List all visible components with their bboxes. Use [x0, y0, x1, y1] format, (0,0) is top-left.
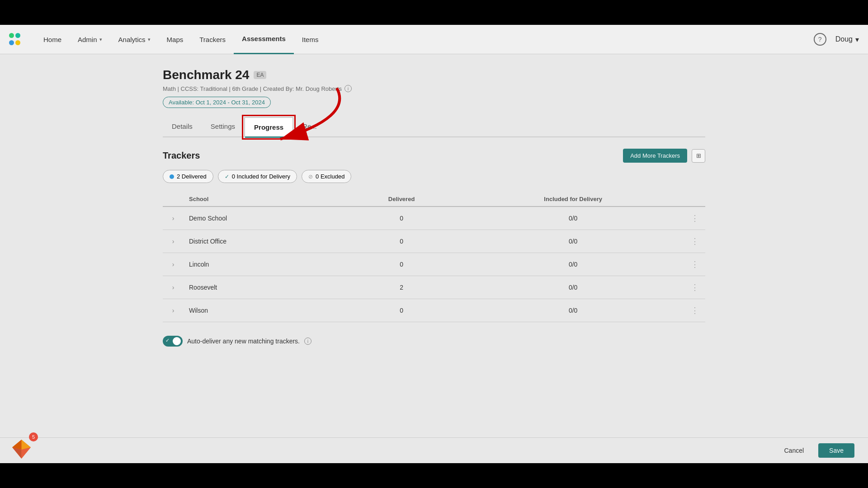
row-expand-icon[interactable]: › — [168, 213, 178, 223]
row-action-icon[interactable]: ⋮ — [690, 305, 700, 315]
row-expand-icon[interactable]: › — [168, 259, 178, 269]
row-action-icon[interactable]: ⋮ — [690, 259, 700, 269]
section-title: Trackers — [163, 150, 200, 161]
cell-included: 0/0 — [462, 206, 684, 230]
auto-deliver-label: Auto-deliver any new matching trackers. — [187, 338, 300, 345]
widget-badge: 5 — [29, 432, 38, 441]
page-title-row: Benchmark 24 EA — [163, 68, 705, 82]
cell-included: 0/0 — [462, 253, 684, 276]
row-action-icon[interactable]: ⋮ — [690, 213, 700, 223]
nav-admin[interactable]: Admin ▾ — [70, 25, 110, 54]
cell-school: Wilson — [184, 299, 341, 322]
col-included: Included for Delivery — [462, 192, 684, 206]
meta-info-icon[interactable]: i — [344, 85, 352, 92]
table-body: › Demo School 0 0/0 ⋮ › District Office … — [163, 206, 705, 322]
nav-analytics[interactable]: Analytics ▾ — [110, 25, 159, 54]
col-school: School — [184, 192, 341, 206]
save-button[interactable]: Save — [818, 443, 854, 458]
nav-items[interactable]: Items — [294, 25, 327, 54]
user-chevron-icon: ▾ — [855, 35, 859, 44]
section-header: Trackers Add More Trackers ⊞ — [163, 149, 705, 163]
cell-school: District Office — [184, 230, 341, 253]
nav-right: ? Doug ▾ — [814, 33, 859, 46]
filter-delivered[interactable]: 2 Delivered — [163, 170, 213, 183]
bottom-widget[interactable]: 5 — [9, 436, 36, 463]
cell-delivered: 0 — [341, 230, 462, 253]
cell-school: Roosevelt — [184, 276, 341, 299]
row-action-icon[interactable]: ⋮ — [690, 282, 700, 292]
row-expand-icon[interactable]: › — [168, 282, 178, 292]
page-title: Benchmark 24 — [163, 68, 249, 82]
auto-deliver-row: ✓ Auto-deliver any new matching trackers… — [163, 331, 705, 351]
nav-assessments[interactable]: Assessments — [234, 25, 294, 54]
delivered-dot-icon — [170, 174, 174, 179]
check-icon: ✓ — [225, 174, 229, 180]
auto-deliver-info-icon[interactable]: i — [304, 338, 311, 345]
cell-school: Lincoln — [184, 253, 341, 276]
nav-trackers[interactable]: Trackers — [191, 25, 234, 54]
bottom-bar: Cancel Save — [0, 437, 868, 463]
table-row: › Demo School 0 0/0 ⋮ — [163, 206, 705, 230]
trackers-table: School Delivered Included for Delivery ›… — [163, 192, 705, 322]
cell-delivered: 0 — [341, 206, 462, 230]
col-delivered: Delivered — [341, 192, 462, 206]
row-expand-icon[interactable]: › — [168, 236, 178, 246]
cancel-button[interactable]: Cancel — [775, 443, 813, 458]
filter-excluded[interactable]: ⊘ 0 Excluded — [302, 170, 351, 183]
app-logo[interactable] — [9, 33, 22, 46]
section-actions: Add More Trackers ⊞ — [623, 149, 705, 163]
main-content: Benchmark 24 EA Math | CCSS: Traditional… — [0, 54, 868, 437]
page-meta: Math | CCSS: Traditional | 6th Grade | C… — [163, 85, 705, 92]
tab-progress[interactable]: Progress — [244, 117, 293, 137]
cell-delivered: 2 — [341, 276, 462, 299]
admin-chevron-icon: ▾ — [99, 37, 102, 42]
cell-delivered: 0 — [341, 253, 462, 276]
filter-included[interactable]: ✓ 0 Included for Delivery — [218, 170, 297, 183]
row-action-icon[interactable]: ⋮ — [690, 236, 700, 246]
cell-included: 0/0 — [462, 230, 684, 253]
nav-maps[interactable]: Maps — [159, 25, 192, 54]
table-row: › District Office 0 0/0 ⋮ — [163, 230, 705, 253]
table-row: › Lincoln 0 0/0 ⋮ — [163, 253, 705, 276]
table-row: › Roosevelt 2 0/0 ⋮ — [163, 276, 705, 299]
cell-school: Demo School — [184, 206, 341, 230]
filter-row: 2 Delivered ✓ 0 Included for Delivery ⊘ … — [163, 170, 705, 183]
availability-badge: Available: Oct 1, 2024 - Oct 31, 2024 — [163, 97, 271, 108]
help-button[interactable]: ? — [814, 33, 826, 46]
tab-settings[interactable]: Settings — [202, 117, 244, 136]
table-settings-icon[interactable]: ⊞ — [692, 149, 705, 163]
add-more-trackers-button[interactable]: Add More Trackers — [623, 149, 687, 163]
tabs-container: Details Settings Progress Re... — [163, 117, 705, 137]
ban-icon: ⊘ — [308, 174, 313, 180]
row-expand-icon[interactable]: › — [168, 305, 178, 315]
user-menu[interactable]: Doug ▾ — [835, 35, 859, 44]
auto-deliver-toggle[interactable]: ✓ — [163, 336, 183, 347]
navbar: Home Admin ▾ Analytics ▾ Maps Trackers A… — [0, 25, 868, 54]
cell-delivered: 0 — [341, 299, 462, 322]
tab-details[interactable]: Details — [163, 117, 202, 136]
analytics-chevron-icon: ▾ — [148, 37, 151, 42]
tab-results[interactable]: Re... — [293, 117, 326, 136]
cell-included: 0/0 — [462, 276, 684, 299]
table-header: School Delivered Included for Delivery — [163, 192, 705, 206]
cell-included: 0/0 — [462, 299, 684, 322]
nav-items: Home Admin ▾ Analytics ▾ Maps Trackers A… — [35, 25, 814, 54]
page-header: Benchmark 24 EA Math | CCSS: Traditional… — [163, 68, 705, 108]
title-badge: EA — [254, 71, 266, 79]
nav-home[interactable]: Home — [35, 25, 70, 54]
table-row: › Wilson 0 0/0 ⋮ — [163, 299, 705, 322]
